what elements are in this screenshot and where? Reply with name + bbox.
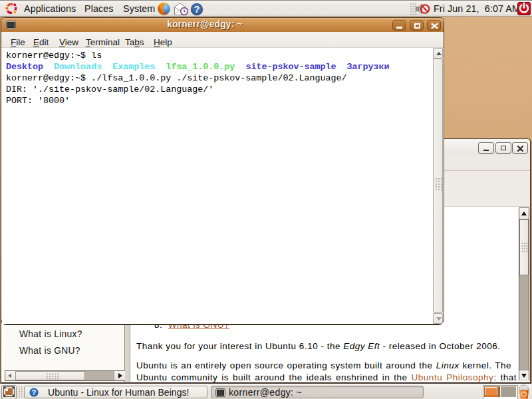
svg-text:?: ? — [194, 4, 200, 15]
svg-text:?: ? — [32, 388, 36, 396]
